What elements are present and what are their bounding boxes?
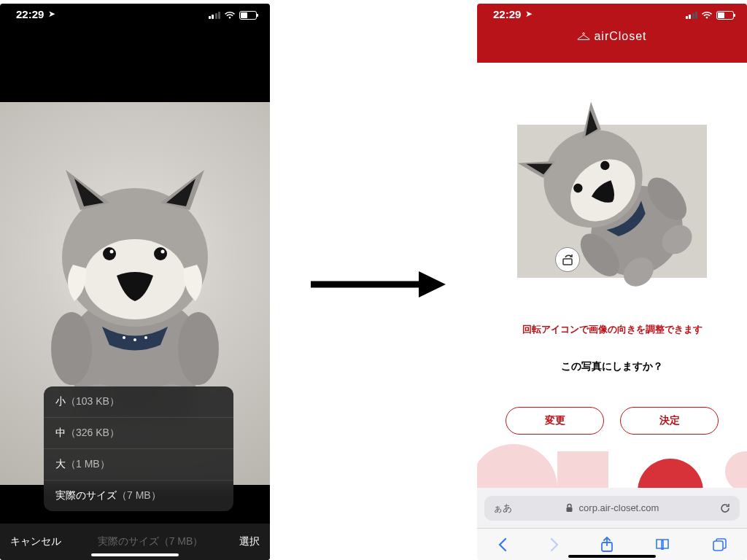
size-option-actual[interactable]: 実際のサイズ（7 MB）: [44, 481, 233, 511]
status-time: 22:29: [493, 8, 521, 20]
image-preview: [517, 125, 707, 278]
battery-icon: [239, 11, 257, 20]
hanger-icon: [577, 32, 590, 41]
size-option-large[interactable]: 大（1 MB）: [44, 449, 233, 481]
wifi-icon: [701, 11, 713, 20]
rotate-icon: [561, 254, 574, 265]
svg-point-7: [144, 336, 147, 339]
select-button[interactable]: 選択: [239, 535, 260, 548]
back-button[interactable]: [498, 537, 508, 552]
svg-point-11: [154, 247, 167, 260]
svg-point-5: [123, 336, 125, 339]
svg-point-3: [51, 312, 92, 385]
confirm-question: この写真にしますか？: [477, 360, 747, 373]
brand: airCloset: [477, 30, 747, 43]
home-indicator[interactable]: [568, 555, 656, 558]
rotate-button[interactable]: [555, 247, 580, 272]
decoration: [477, 444, 747, 488]
size-option-medium[interactable]: 中（326 KB）: [44, 418, 233, 449]
share-button[interactable]: [600, 537, 614, 553]
size-popup: 小（103 KB） 中（326 KB） 大（1 MB） 実際のサイズ（7 MB）: [44, 386, 233, 511]
location-icon: ➤: [525, 9, 533, 19]
signal-icon: [209, 12, 221, 19]
change-button[interactable]: 変更: [506, 407, 604, 435]
url-text: corp.air-closet.com: [579, 502, 659, 513]
address-bar[interactable]: ぁあ corp.air-closet.com: [477, 488, 747, 528]
reload-button[interactable]: [719, 502, 731, 514]
svg-point-4: [178, 312, 219, 385]
phone-left: 22:29 ➤: [0, 4, 270, 560]
aa-button[interactable]: ぁあ: [493, 502, 512, 515]
size-summary: 実際のサイズ（7 MB）: [98, 535, 204, 548]
svg-rect-24: [563, 259, 572, 265]
status-bar: 22:29 ➤: [0, 4, 270, 33]
status-right: [209, 11, 258, 20]
forward-button[interactable]: [549, 537, 560, 552]
wolf-plush-image: [495, 82, 729, 321]
status-right: [686, 11, 735, 20]
bookmarks-button[interactable]: [654, 538, 670, 551]
wolf-plush-image: [29, 163, 241, 425]
svg-point-10: [103, 247, 116, 260]
lock-icon: [565, 503, 573, 513]
svg-rect-27: [713, 541, 723, 551]
confirm-button[interactable]: 決定: [620, 407, 719, 435]
home-indicator[interactable]: [91, 553, 179, 556]
phone-right: 22:29 ➤ airCloset: [477, 4, 747, 560]
arrow-icon: [311, 270, 446, 299]
tabs-button[interactable]: [712, 537, 727, 552]
svg-point-6: [133, 338, 136, 341]
page-body: 回転アイコンで画像の向きを調整できます この写真にしますか？ 変更 決定: [477, 63, 747, 488]
rotate-hint: 回転アイコンで画像の向きを調整できます: [477, 323, 747, 336]
svg-point-12: [110, 249, 114, 253]
status-time: 22:29: [16, 8, 44, 20]
battery-icon: [716, 11, 734, 20]
svg-rect-25: [566, 508, 572, 513]
signal-icon: [686, 12, 698, 19]
app-header: 22:29 ➤ airCloset: [477, 4, 747, 63]
size-option-small[interactable]: 小（103 KB）: [44, 386, 233, 418]
wifi-icon: [224, 11, 236, 20]
cancel-button[interactable]: キャンセル: [10, 535, 61, 548]
svg-point-13: [161, 249, 165, 253]
location-icon: ➤: [48, 9, 55, 19]
